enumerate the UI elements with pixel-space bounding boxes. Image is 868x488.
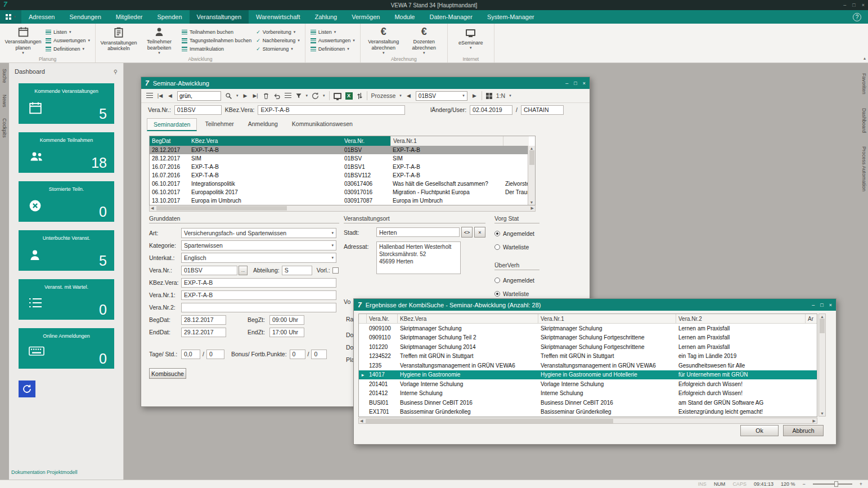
ribbon-small-button[interactable]: Teilnahmen buchen bbox=[182, 29, 251, 35]
column-header[interactable]: Ar bbox=[806, 314, 817, 323]
scroll-right-icon[interactable]: ▶ bbox=[531, 206, 534, 211]
chevron-down-icon[interactable]: ▾ bbox=[323, 93, 325, 98]
close-icon[interactable]: × bbox=[829, 302, 832, 308]
combo-prev-icon[interactable]: ◀ bbox=[406, 91, 412, 100]
stadt-picker-button[interactable]: <> bbox=[461, 227, 473, 238]
close-icon[interactable]: × bbox=[862, 2, 865, 8]
combo-next-icon[interactable]: ▶ bbox=[471, 91, 478, 100]
pin-icon[interactable]: ⚲ bbox=[114, 69, 118, 75]
menu-tab[interactable]: Daten-Manager bbox=[422, 10, 479, 24]
ribbon-collapse-icon[interactable]: ▴ bbox=[863, 56, 866, 61]
scrollbar-thumb[interactable] bbox=[529, 150, 534, 165]
eseminare-button[interactable]: eSeminare ▾ bbox=[453, 26, 489, 55]
ribbon-small-button[interactable]: Definitionen ▾ bbox=[46, 46, 90, 52]
excel-export-icon[interactable]: X bbox=[345, 92, 353, 100]
minimize-icon[interactable]: – bbox=[565, 80, 568, 86]
kategorie-dropdown[interactable]: Spartenwissen▾ bbox=[181, 240, 336, 250]
menu-tab[interactable]: Zahlung bbox=[307, 10, 344, 24]
menu-tab[interactable]: Mitglieder bbox=[109, 10, 150, 24]
column-header[interactable]: Vera.Nr.1 bbox=[390, 136, 503, 146]
side-tab[interactable]: Favoriten bbox=[861, 73, 867, 95]
relation-mode-dropdown[interactable]: 1:N bbox=[496, 92, 505, 99]
scroll-right-icon[interactable]: ▶ bbox=[813, 419, 816, 423]
table-row[interactable]: 28.12.2017 EXP-T-A-B 01BSV EXP-T-A-B bbox=[150, 146, 529, 154]
filter-icon[interactable] bbox=[295, 91, 302, 100]
table-row[interactable]: 28.12.2017 SIM 01BSV SIM bbox=[150, 154, 529, 163]
minimize-icon[interactable]: – bbox=[843, 2, 846, 8]
kbez-input[interactable]: EXP-T-A-B bbox=[181, 278, 336, 288]
browse-button[interactable]: ... bbox=[239, 266, 248, 275]
column-header[interactable]: Vera.Nr. bbox=[342, 136, 390, 146]
sort-list-icon[interactable] bbox=[285, 93, 291, 99]
next-record-icon[interactable]: ▶ bbox=[242, 91, 249, 100]
menu-tab[interactable]: Vermögen bbox=[344, 10, 387, 24]
maximize-icon[interactable]: □ bbox=[574, 80, 577, 86]
art-dropdown[interactable]: Versicherungsfach- und Spartenwissen▾ bbox=[181, 228, 336, 238]
zoom-out-icon[interactable]: − bbox=[802, 481, 805, 487]
endzt-input[interactable]: 17:00 Uhr bbox=[269, 328, 304, 337]
ribbon-small-button[interactable]: ✓ Nachbereitung ▾ bbox=[256, 38, 300, 43]
tile-kommende-veranstaltungen[interactable]: Kommende Veranstaltungen 5 bbox=[19, 83, 114, 124]
dozenten-abrechnen-button[interactable]: € Dozenten abrechnen ▾ bbox=[406, 26, 442, 55]
kbez-field[interactable]: EXP-T-A-B bbox=[258, 105, 405, 115]
seminar-tab[interactable]: Seminardaten bbox=[147, 118, 197, 131]
vertical-scrollbar[interactable]: ▲ ▼ bbox=[528, 146, 535, 205]
app-menu-button[interactable]: ▾ bbox=[0, 10, 21, 24]
tile-online-anmeldungen[interactable]: Online Anmeldungen 0 bbox=[19, 328, 114, 369]
close-icon[interactable]: × bbox=[583, 80, 586, 86]
radio-option[interactable]: Angemeldet bbox=[494, 274, 539, 287]
column-header[interactable]: KBez.Vera bbox=[189, 136, 342, 146]
column-header[interactable]: Vera.Nr.2 bbox=[676, 314, 806, 323]
fortbildungspunkte-input[interactable]: 0 bbox=[311, 350, 327, 359]
menu-tab[interactable]: Module bbox=[387, 10, 422, 24]
ribbon-small-button[interactable]: Auswertungen ▾ bbox=[46, 38, 90, 43]
ok-button[interactable]: Ok bbox=[740, 425, 779, 436]
table-row[interactable]: 06.10.2017 Europapolitik 2017 030917016 … bbox=[150, 188, 529, 196]
seminar-tab[interactable]: Kommunikationswesen bbox=[286, 118, 359, 131]
refresh-button[interactable] bbox=[19, 380, 35, 397]
side-tab[interactable]: Dashboard bbox=[861, 108, 867, 133]
ribbon-small-button[interactable]: ✓ Stornierung ▾ bbox=[256, 46, 300, 52]
ribbon-small-button[interactable]: Definitionen ▾ bbox=[311, 46, 355, 52]
grid-view-icon[interactable] bbox=[486, 93, 492, 99]
tile-stornierte-teilnahmen[interactable]: Stornierte Teiln. 0 bbox=[19, 181, 114, 222]
stadt-input[interactable]: Herten bbox=[376, 227, 460, 237]
abbruch-button[interactable]: Abbruch bbox=[783, 425, 824, 436]
scrollbar-thumb[interactable] bbox=[156, 206, 287, 211]
result-row[interactable]: EX1701 Basisseminar Gründerkolleg Basiss… bbox=[359, 408, 817, 417]
side-tab[interactable]: Cockpits bbox=[2, 118, 7, 138]
menu-tab[interactable]: Warenwirtschaft bbox=[249, 10, 307, 24]
menu-tab[interactable]: Veranstaltungen bbox=[190, 10, 249, 24]
radio-option[interactable]: Angemeldet bbox=[494, 227, 539, 240]
tage-input[interactable]: 0,0 bbox=[181, 350, 200, 359]
vera-nr-input[interactable]: 01BSV bbox=[181, 266, 237, 275]
column-header[interactable] bbox=[503, 136, 529, 146]
result-row[interactable]: 1235 Veranstaltungsmanagement in GRÜN VE… bbox=[359, 361, 817, 370]
scroll-down-icon[interactable]: ▼ bbox=[530, 200, 534, 204]
zoom-slider-thumb[interactable] bbox=[834, 481, 838, 487]
table-row[interactable]: 16.07.2016 EXP-T-A-B 01BSV1 EXP-T-A-B bbox=[150, 163, 529, 171]
ribbon-small-button[interactable]: Listen ▾ bbox=[46, 29, 90, 35]
column-header[interactable]: KBez.Vera bbox=[398, 314, 538, 323]
prozesse-dropdown[interactable]: Prozesse bbox=[371, 92, 396, 99]
result-row[interactable]: 0909100 Skriptmanager Schulung Skriptman… bbox=[359, 324, 817, 333]
result-row[interactable]: 201401 Vorlage Interne Schulung Vorlage … bbox=[359, 379, 817, 389]
delete-icon[interactable] bbox=[263, 91, 269, 100]
vera-nr1-input[interactable]: EXP-T-A-B bbox=[181, 290, 336, 300]
adressat-textarea[interactable]: Hallenbad Herten WesterholtStorcksmährst… bbox=[376, 241, 461, 274]
enddat-input[interactable]: 29.12.2017 bbox=[181, 328, 226, 337]
scroll-up-icon[interactable]: ▲ bbox=[530, 146, 534, 150]
sync-icon[interactable] bbox=[357, 91, 363, 100]
veranstaltungen-planen-button[interactable]: Veranstaltungen planen ▾ bbox=[5, 26, 41, 55]
bonus-input[interactable]: 0 bbox=[290, 350, 305, 359]
dokumentation-link[interactable]: Dokumentation Projektmodell bbox=[11, 469, 78, 475]
chevron-down-icon[interactable]: ▾ bbox=[306, 93, 308, 98]
menu-tab[interactable]: System-Manager bbox=[480, 10, 542, 24]
table-row[interactable]: 06.10.2017 Integrationspolitik 030617406… bbox=[150, 180, 529, 188]
tile-veranstaltungen-mit-warteliste[interactable]: Veranst. mit Wartel. 0 bbox=[19, 279, 114, 320]
search-icon[interactable] bbox=[225, 91, 232, 100]
table-row[interactable]: 16.07.2016 EXP-T-A-B 01BSV112 EXP-T-A-B bbox=[150, 171, 529, 180]
scroll-left-icon[interactable]: ◀ bbox=[360, 419, 363, 423]
ribbon-small-button[interactable]: Listen ▾ bbox=[311, 29, 355, 35]
scroll-left-icon[interactable]: ◀ bbox=[151, 206, 154, 211]
